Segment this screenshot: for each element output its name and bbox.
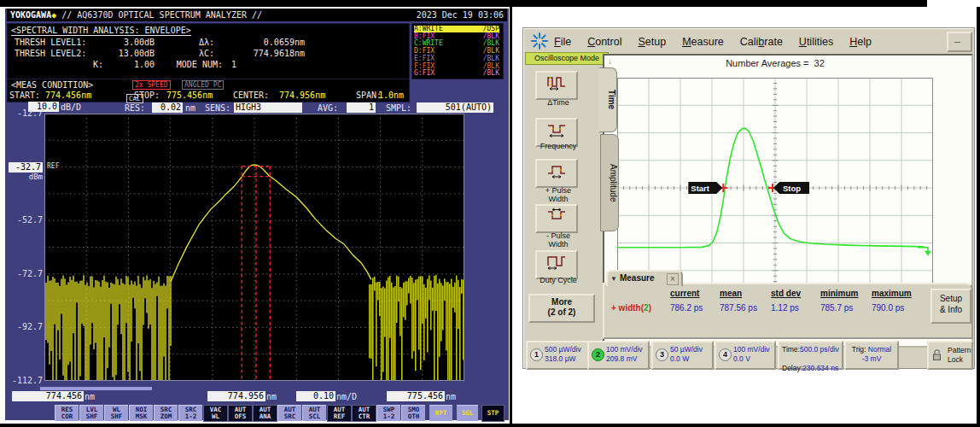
measure-col-header: current	[670, 289, 699, 298]
tab-time[interactable]: Time	[598, 67, 617, 132]
softkey-swp-1-2[interactable]: SWP 1-2	[376, 405, 400, 421]
panel-divider	[510, 7, 512, 424]
thresh-level2-value: 13.00dB	[103, 49, 155, 58]
lock-icon	[932, 348, 942, 364]
more-button[interactable]: More (2 of 2)	[528, 294, 595, 323]
y-axis-label: -72.7	[9, 269, 43, 279]
measure-col-header: std dev	[771, 289, 801, 298]
avg-field: 1	[347, 102, 376, 113]
stop-value: 775.456nm	[166, 91, 213, 100]
channel-scale-readout: 100 mV/div 0.0 V	[733, 345, 770, 364]
timebase-button[interactable]: Time:500.0 ps/div Delay:230.634 ns	[778, 341, 843, 370]
brand-diamond-icon: ◆	[51, 10, 56, 20]
toolbar-button-minus-pulse-width[interactable]	[535, 204, 578, 233]
channel-2-button[interactable]: 2100 mV/div 209.8 mV	[587, 341, 650, 370]
y-axis-label: -12.7	[9, 108, 43, 119]
softkey-aut-ref[interactable]: AUT REF	[327, 405, 352, 422]
softkey-stp[interactable]: STP	[481, 405, 505, 422]
scope-graticule[interactable]: StartStop	[617, 78, 933, 298]
x-stop-field: 775.456	[387, 391, 445, 401]
trig-value: Normal	[868, 345, 891, 354]
start-label: START:	[9, 91, 40, 100]
spectrum-plot-svg	[44, 114, 464, 381]
lambda-c-value: 774.9618nm	[216, 49, 305, 58]
mode-num-label: MODE NUM:	[166, 60, 223, 69]
softkey-aut-src[interactable]: AUT SRC	[277, 405, 301, 421]
toolbar-label: + Pulse Width	[523, 186, 593, 203]
horizontal-scroll-indicator[interactable]	[40, 387, 152, 390]
pattern-lock-label: Pattern Lock	[948, 346, 971, 365]
osa-title-text: // AQ6370D OPTICAL SPECTRUM ANALYZER //	[61, 10, 262, 20]
close-icon[interactable]: ×	[667, 273, 679, 285]
measure-col-header: mean	[720, 289, 742, 298]
setup-info-button[interactable]: Setup & Info	[930, 289, 971, 324]
trace-name: E:FIX	[414, 55, 435, 62]
softkey-aut-ana[interactable]: AUT ANA	[253, 405, 277, 422]
center-label: CENTER:	[233, 91, 269, 100]
delay-label: Delay:	[782, 364, 802, 372]
minimize-icon: _	[954, 26, 960, 49]
span-value: 1.0nm	[378, 91, 404, 100]
toolbar-button-delta-time[interactable]	[535, 71, 578, 100]
measure-value: 787.56 ps	[720, 303, 757, 313]
trace-status-g[interactable]: G:FIX/BLK	[414, 70, 499, 77]
menu-setup[interactable]: Setup	[638, 36, 666, 48]
toolbar-button-duty-cycle[interactable]	[535, 250, 578, 279]
toolbar-button-plus-pulse-width[interactable]	[535, 159, 578, 188]
tab-amplitude[interactable]: Amplitude	[600, 134, 619, 231]
softkey-aut-scl[interactable]: AUT SCL	[302, 405, 326, 421]
softkey-wl-shf[interactable]: WL SHF	[104, 405, 128, 421]
softkey-aut-ctr[interactable]: AUT CTR	[352, 405, 376, 422]
menu-help[interactable]: Help	[849, 36, 872, 48]
sens-label: SENS:	[205, 103, 230, 113]
softkey-src-zom[interactable]: SRC ZOM	[154, 405, 178, 421]
k-label: K:	[15, 60, 103, 69]
channel-4-button[interactable]: 4100 mV/div 0.0 V	[715, 341, 776, 370]
meas-condition-header: <MEAS CONDITION>	[11, 80, 93, 90]
osa-title-bar: YOKOGAWA◆ // AQ6370D OPTICAL SPECTRUM AN…	[7, 9, 507, 21]
softkey-src-1-2[interactable]: SRC 1-2	[178, 405, 202, 421]
menu-calibrate[interactable]: Calibrate	[740, 36, 783, 48]
softkey-noi-msk[interactable]: NOI MSK	[129, 405, 153, 421]
trace-name: A:WRITE	[414, 25, 443, 32]
channel-3-button[interactable]: 350 µW/div 0.0 W	[651, 341, 714, 370]
number-averages-label: Number Averages = 32	[617, 58, 933, 68]
softkey-res-cor[interactable]: RES COR	[55, 405, 79, 421]
trigger-button[interactable]: Trig: Normal-3 mV	[844, 341, 899, 370]
trace-mode: /BLK	[483, 70, 499, 77]
channel-1-button[interactable]: 1500 µW/div 318.0 µW	[526, 341, 589, 370]
thresh-level2-label: THRESH LEVEL2:	[15, 49, 103, 58]
menu-utilities[interactable]: Utilities	[799, 36, 833, 48]
softkey-aut-ofs[interactable]: AUT OFS	[228, 405, 253, 422]
oscilloscope-mode-label: Oscilloscope Mode	[525, 52, 609, 65]
toolbar-label: Frequency	[523, 142, 593, 150]
channel-number-badge: 2	[592, 348, 604, 361]
k-value: 1.00	[103, 60, 155, 69]
res-field: 0.02	[152, 102, 183, 113]
softkey-lvl-shf[interactable]: LVL SHF	[79, 405, 103, 421]
ref-line-label: REF	[47, 162, 59, 170]
avg-label: AVG:	[318, 103, 338, 113]
trace-mode: /BLK	[483, 48, 499, 55]
softkey-smo-oth[interactable]: SMO OTH	[401, 405, 425, 421]
start-value: 774.456nm	[45, 91, 91, 100]
menu-file[interactable]: File	[554, 36, 571, 48]
menu-bar: FileControlSetupMeasureCalibrateUtilitie…	[554, 33, 888, 50]
measure-col-header: maximum	[872, 289, 912, 298]
x-start-unit: nm	[85, 392, 95, 401]
softkey-rpt[interactable]: RPT	[429, 405, 452, 421]
frequency-icon	[546, 121, 567, 137]
softkey-vac-wl[interactable]: VAC WL	[203, 405, 228, 422]
delta-lambda-label: Δλ:	[175, 38, 214, 47]
minimize-button[interactable]: _	[947, 32, 972, 52]
menu-control[interactable]: Control	[587, 36, 621, 48]
spectrum-plot	[44, 114, 464, 381]
softkey-sgl[interactable]: SGL	[457, 405, 478, 421]
menu-measure[interactable]: Measure	[682, 36, 724, 48]
channel-number-badge: 4	[719, 348, 732, 361]
measure-tab[interactable]: ▼Measure ×	[606, 270, 683, 286]
cal-badge: CAL	[126, 94, 143, 103]
pattern-lock-button[interactable]: Pattern Lock	[927, 341, 973, 370]
x-center-field: 774.956	[207, 391, 265, 401]
minus-pulse-width-icon	[546, 208, 567, 224]
